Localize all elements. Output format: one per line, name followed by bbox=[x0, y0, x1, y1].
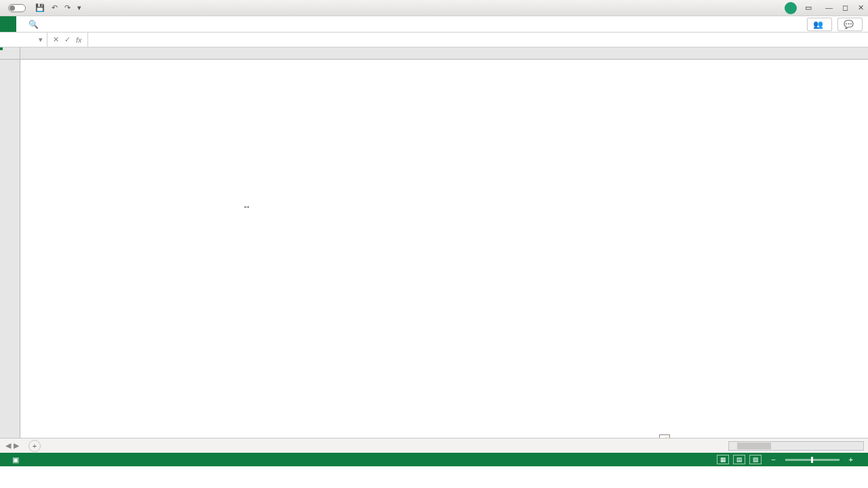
ribbon-search[interactable]: 🔍 bbox=[28, 16, 43, 32]
sheet-nav-next-icon[interactable]: ▶ bbox=[14, 441, 19, 450]
share-button[interactable]: 👥 bbox=[807, 18, 832, 31]
share-icon: 👥 bbox=[813, 20, 823, 29]
avatar[interactable] bbox=[785, 2, 797, 14]
ribbon: 🔍 👥 💬 bbox=[0, 16, 868, 33]
comments-button[interactable]: 💬 bbox=[837, 18, 863, 31]
sheet-tabs: ◀ ▶ + bbox=[0, 438, 868, 453]
cursor-icon: ↔ bbox=[243, 202, 251, 211]
close-icon[interactable]: ✕ bbox=[858, 3, 864, 12]
qat-dropdown-icon[interactable]: ▾ bbox=[77, 3, 81, 12]
cancel-fx-icon[interactable]: ✕ bbox=[53, 35, 59, 44]
select-all-corner[interactable] bbox=[0, 47, 20, 60]
fx-icon[interactable]: fx bbox=[76, 36, 82, 44]
view-normal-icon[interactable]: ▦ bbox=[717, 455, 729, 464]
maximize-icon[interactable]: ◻ bbox=[842, 3, 848, 12]
view-pagelayout-icon[interactable]: ▤ bbox=[733, 455, 745, 464]
zoom-slider[interactable] bbox=[785, 459, 840, 461]
ribbon-display-icon[interactable]: ▭ bbox=[805, 3, 812, 12]
comment-icon: 💬 bbox=[844, 20, 854, 29]
minimize-icon[interactable]: — bbox=[825, 3, 833, 12]
save-icon[interactable]: 💾 bbox=[35, 3, 45, 12]
autosave-toggle[interactable] bbox=[4, 4, 26, 12]
titlebar: 💾 ↶ ↷ ▾ ▭ — ◻ ✕ bbox=[0, 0, 868, 16]
search-icon: 🔍 bbox=[28, 20, 39, 29]
redo-icon[interactable]: ↷ bbox=[64, 3, 71, 12]
name-box[interactable]: ▾ bbox=[0, 33, 47, 47]
zoom-in-icon[interactable]: + bbox=[849, 455, 853, 464]
worksheet-grid[interactable]: ↔ ⚡ bbox=[0, 47, 868, 438]
formula-bar: ▾ ✕✓fx bbox=[0, 33, 868, 47]
macro-record-icon[interactable]: ▣ bbox=[12, 455, 19, 464]
status-bar: ▣ ▦ ▤ ▧ − + bbox=[0, 453, 868, 466]
undo-icon[interactable]: ↶ bbox=[52, 3, 58, 12]
horizontal-scrollbar[interactable] bbox=[728, 441, 864, 451]
zoom-out-icon[interactable]: − bbox=[771, 455, 775, 464]
view-pagebreak-icon[interactable]: ▧ bbox=[749, 455, 762, 464]
sheet-nav-prev-icon[interactable]: ◀ bbox=[5, 441, 11, 450]
tab-file[interactable] bbox=[0, 16, 16, 32]
add-sheet-button[interactable]: + bbox=[28, 440, 41, 452]
enter-fx-icon[interactable]: ✓ bbox=[64, 35, 71, 44]
smarttag-icon[interactable]: ⚡ bbox=[659, 434, 670, 438]
